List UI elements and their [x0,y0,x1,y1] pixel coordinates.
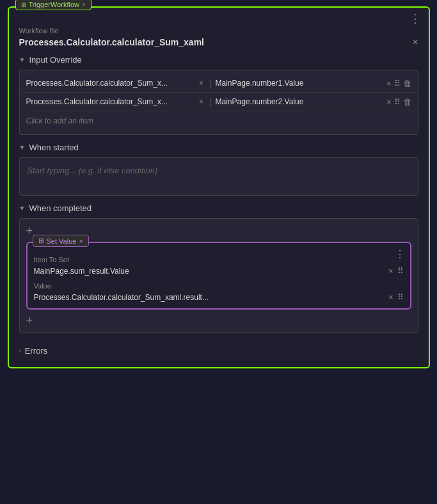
trigger-tag[interactable]: ⊞ TriggerWorkflow × [15,0,91,10]
card-kebab-icon[interactable]: ⋮ [395,248,405,260]
set-value-card: ⊞ Set Value × ⋮ Item To Set MainPage.sum… [26,242,411,310]
panel-body: Workflow file Processes.Calculator.calcu… [9,27,429,333]
override-divider-2: | [209,97,212,107]
workflow-file-close[interactable]: × [412,37,418,47]
when-started-chevron: ▼ [19,144,26,151]
value-clear[interactable]: × [388,292,393,302]
item-to-set-value: MainPage.sum_result.Value [34,267,129,276]
row-actions-2: × ⠿ 🗑 [386,97,411,107]
input-override-chevron: ▼ [19,56,26,63]
set-value-tag-close[interactable]: × [79,237,83,245]
workflow-panel: ⊞ TriggerWorkflow × ⋮ Workflow file Proc… [8,6,430,368]
when-completed-label: When completed [29,203,91,213]
input-override-box: Processes.Calculator.calculator_Sum_x...… [19,70,418,135]
trigger-tag-close[interactable]: × [82,1,86,8]
override-delete-1[interactable]: 🗑 [403,79,411,88]
when-started-label: When started [29,143,78,152]
when-completed-section: ▼ When completed + ⊞ Set Value × ⋮ Item … [19,203,418,333]
input-override-section: ▼ Input Override Processes.Calculator.ca… [19,55,418,135]
workflow-file-row: Processes.Calculator.calculator_Sum_xaml… [19,37,418,47]
when-started-placeholder: Start typing... (e.g. if else condition) [28,166,158,175]
set-value-tag-icon: ⊞ [38,237,44,245]
set-value-tag[interactable]: ⊞ Set Value × [33,235,89,247]
top-kebab-icon[interactable]: ⋮ [409,13,421,24]
override-key-1: Processes.Calculator.calculator_Sum_x... [26,79,193,88]
override-divider-1: | [209,78,212,88]
override-key-2: Processes.Calculator.calculator_Sum_x... [26,97,193,106]
override-value-clear-2[interactable]: × [386,97,392,107]
value-grid[interactable]: ⠿ [397,292,404,302]
override-value-2: MainPage.number2.Value [216,97,383,106]
override-grid-1[interactable]: ⠿ [394,79,401,88]
when-completed-header[interactable]: ▼ When completed [19,203,418,213]
errors-header[interactable]: › Errors [19,341,418,361]
trigger-grid-icon: ⊞ [21,1,26,8]
override-grid-2[interactable]: ⠿ [394,97,401,107]
when-completed-box: + ⊞ Set Value × ⋮ Item To Set MainPage.s… [19,218,418,333]
add-item-link[interactable]: Click to add an item [20,111,418,130]
item-to-set-row: MainPage.sum_result.Value × ⠿ [34,266,404,276]
item-to-set-grid[interactable]: ⠿ [397,266,404,276]
when-completed-chevron: ▼ [19,205,26,212]
when-started-header[interactable]: ▼ When started [19,143,418,152]
value-row: Processes.Calculator.calculator_Sum_xaml… [34,292,404,302]
workflow-file-name: Processes.Calculator.calculator_Sum_xaml [19,37,204,47]
plus-bottom-button[interactable]: + [26,315,411,326]
value-label: Value [34,282,404,290]
input-override-label: Input Override [29,55,81,65]
item-to-set-label: Item To Set [34,256,404,264]
override-key-clear-2[interactable]: × [197,97,205,106]
when-started-box[interactable]: Start typing... (e.g. if else condition) [19,157,418,196]
override-value-clear-1[interactable]: × [386,79,392,88]
override-row-1: Processes.Calculator.calculator_Sum_x...… [20,74,418,93]
when-started-section: ▼ When started Start typing... (e.g. if … [19,143,418,196]
errors-section: › Errors [9,341,429,361]
value-value: Processes.Calculator.calculator_Sum_xaml… [34,293,209,302]
item-to-set-clear[interactable]: × [388,266,393,276]
override-value-1: MainPage.number1.Value [216,79,383,88]
override-delete-2[interactable]: 🗑 [403,97,411,107]
override-row-2: Processes.Calculator.calculator_Sum_x...… [20,93,418,111]
input-override-header[interactable]: ▼ Input Override [19,55,418,65]
top-bar: ⋮ [9,8,429,27]
row-actions-1: × ⠿ 🗑 [386,79,411,88]
errors-chevron: › [19,347,21,354]
workflow-file-label: Workflow file [19,27,418,35]
set-value-tag-label: Set Value [47,237,77,245]
errors-label: Errors [25,346,47,356]
trigger-tag-label: TriggerWorkflow [29,1,79,8]
override-key-clear-1[interactable]: × [197,79,205,88]
